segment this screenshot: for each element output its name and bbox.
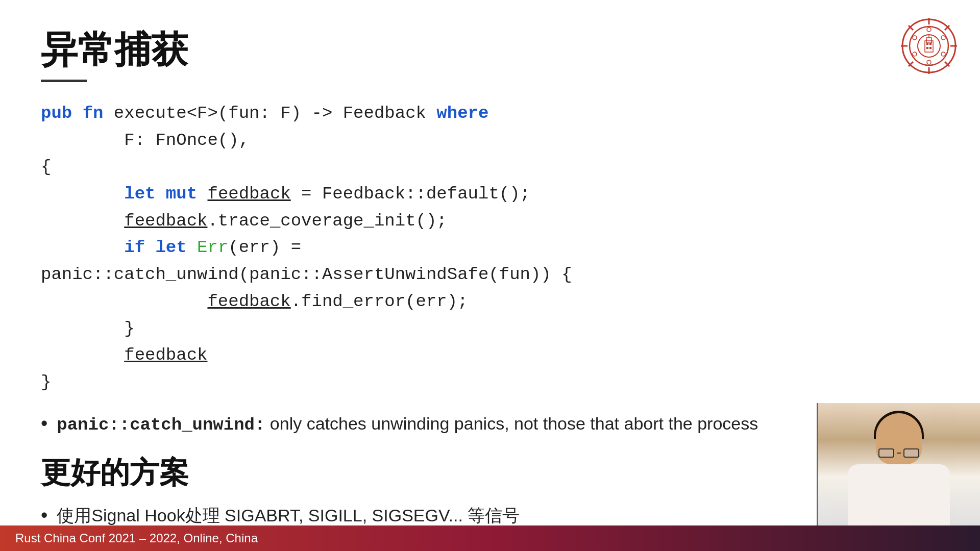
bullet-dot-1: • [41, 411, 47, 436]
keyword-fn: fn [83, 104, 104, 123]
svg-point-21 [927, 60, 931, 64]
svg-rect-15 [929, 43, 932, 45]
code-line-6: if let Err(err) = [41, 234, 939, 261]
code-line-2: F: FnOnce(), [41, 127, 939, 154]
svg-point-9 [910, 27, 948, 65]
var-feedback-4: feedback [124, 345, 207, 365]
code-line-3: { [41, 154, 939, 181]
keyword-where: where [436, 104, 488, 123]
svg-point-18 [927, 28, 931, 32]
code-line-10: feedback [41, 342, 939, 369]
person-body [848, 464, 950, 525]
glass-right [903, 448, 919, 458]
bullet-item-1: • panic::catch_unwind: only catches unwi… [41, 411, 939, 438]
conference-logo [898, 15, 960, 77]
svg-point-22 [913, 52, 917, 56]
code-line-8: feedback.find_error(err); [41, 288, 939, 315]
person-glasses [878, 448, 919, 458]
svg-rect-17 [929, 47, 932, 49]
code-block: pub fn execute<F>(fun: F) -> Feedback wh… [41, 100, 939, 396]
svg-rect-14 [926, 43, 928, 45]
catch-unwind-code: panic::catch_unwind: [57, 415, 265, 435]
title-underline [41, 80, 87, 82]
svg-rect-12 [926, 38, 932, 43]
svg-point-23 [913, 36, 917, 40]
logo-container [898, 15, 960, 77]
bottom-bar: Rust China Conf 2021 – 2022, Online, Chi… [0, 525, 980, 551]
bullet-item-2: • 使用Signal Hook处理 SIGABRT, SIGILL, SIGSE… [41, 503, 939, 528]
svg-rect-16 [926, 47, 928, 49]
keyword-pub: pub [41, 104, 72, 123]
svg-point-19 [941, 36, 945, 40]
keyword-let-2: let [155, 238, 186, 257]
code-line-11: } [41, 369, 939, 396]
catch-unwind-desc: only catches unwinding panics, not those… [270, 414, 758, 433]
svg-point-20 [941, 52, 945, 56]
code-line-1: pub fn execute<F>(fun: F) -> Feedback wh… [41, 100, 939, 127]
webcam-overlay [817, 403, 980, 525]
section2-title: 更好的方案 [41, 453, 939, 493]
bullet-dot-2: • [41, 503, 47, 528]
bullet-text-1: panic::catch_unwind: only catches unwind… [57, 411, 758, 438]
bullet-section-1: • panic::catch_unwind: only catches unwi… [41, 411, 939, 438]
code-line-4: let mut feedback = Feedback::default(); [41, 181, 939, 208]
keyword-if: if [124, 238, 145, 257]
footer-text: Rust China Conf 2021 – 2022, Online, Chi… [15, 531, 258, 545]
code-line-9: } [41, 315, 939, 342]
webcam-person [818, 403, 980, 525]
var-feedback-2: feedback [124, 211, 207, 231]
var-feedback-1: feedback [207, 184, 290, 204]
code-line-7: panic::catch_unwind(panic::AssertUnwindS… [41, 261, 939, 288]
glass-bridge [897, 453, 901, 454]
bullet-text-2: 使用Signal Hook处理 SIGABRT, SIGILL, SIGSEGV… [57, 503, 520, 528]
var-feedback-3: feedback [207, 292, 290, 311]
person-head [876, 413, 922, 464]
type-err: Err [197, 238, 228, 257]
keyword-mut: mut [166, 184, 197, 204]
keyword-let-1: let [124, 184, 155, 204]
glass-left [878, 448, 894, 458]
code-line-5: feedback.trace_coverage_init(); [41, 208, 939, 235]
slide-title: 异常捕获 [41, 26, 939, 74]
